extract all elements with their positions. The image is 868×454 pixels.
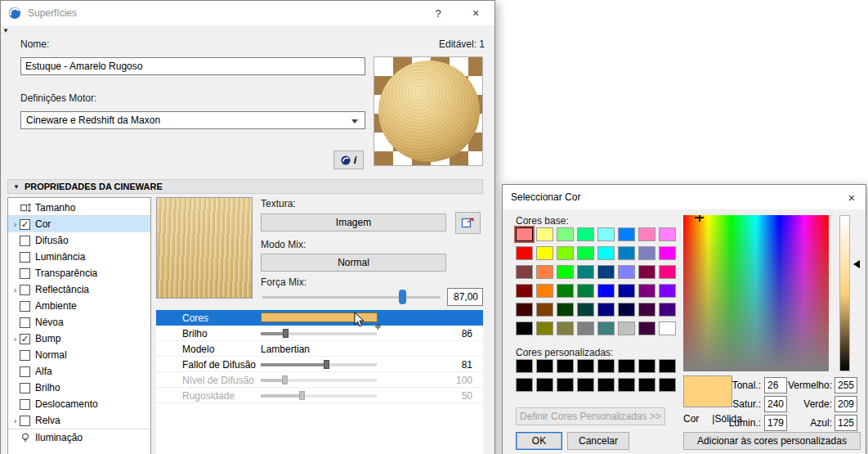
color-swatch-cell[interactable] <box>536 303 553 317</box>
close-button[interactable]: × <box>838 185 866 209</box>
channel-row-nevoa[interactable]: Névoa <box>8 314 150 330</box>
hue-saturation-field[interactable] <box>683 215 829 371</box>
close-button[interactable]: × <box>457 1 494 25</box>
channel-row-brilho[interactable]: Brilho <box>8 380 150 396</box>
sat-input[interactable] <box>764 396 787 412</box>
color-swatch-cell[interactable] <box>536 246 553 260</box>
color-titlebar[interactable]: Seleccionar Cor × <box>503 185 866 209</box>
color-swatch-cell[interactable] <box>659 359 676 373</box>
color-swatch-cell[interactable] <box>659 303 676 317</box>
channel-row-difusao[interactable]: Difusão <box>8 232 150 249</box>
color-swatch-cell[interactable] <box>597 284 615 298</box>
param-row-modelo[interactable]: Modelo Lambertian <box>156 341 483 357</box>
channel-row-normal[interactable]: Normal <box>8 347 150 363</box>
color-swatch-cell[interactable] <box>618 359 635 373</box>
param-row-brilho[interactable]: Brilho 86 <box>156 326 483 341</box>
color-swatch-cell[interactable] <box>516 227 533 241</box>
color-swatch-cell[interactable] <box>516 321 533 335</box>
color-swatch-cell[interactable] <box>516 303 533 317</box>
engine-dropdown[interactable]: Cineware e Redshift da Maxon <box>20 111 365 129</box>
color-swatch-cell[interactable] <box>618 284 635 298</box>
lum-input[interactable] <box>764 415 787 431</box>
surfaces-titlebar[interactable]: Superfícies ? × <box>1 1 494 25</box>
color-swatch-cell[interactable] <box>516 359 533 373</box>
channel-row-tamanho[interactable]: Tamanho <box>8 200 150 216</box>
color-swatch-cell[interactable] <box>577 265 594 279</box>
param-value[interactable]: Lambertian <box>261 344 310 355</box>
color-swatch-cell[interactable] <box>659 227 676 241</box>
color-swatch-cell[interactable] <box>618 378 635 392</box>
color-swatch-cell[interactable] <box>557 246 574 260</box>
color-swatch-cell[interactable] <box>577 359 594 373</box>
channel-checkbox[interactable] <box>20 383 30 393</box>
channel-checkbox[interactable] <box>20 285 30 295</box>
color-swatch-cell[interactable] <box>638 265 655 279</box>
red-input[interactable] <box>834 377 857 393</box>
channel-checkbox[interactable] <box>20 317 30 328</box>
channel-checkbox[interactable] <box>20 399 30 410</box>
mix-strength-value[interactable]: 87,00 <box>447 288 483 306</box>
color-swatch-cell[interactable] <box>618 227 635 241</box>
param-slider[interactable] <box>261 332 377 335</box>
param-row-fallof[interactable]: Fallof de Difusão 81 <box>156 357 483 372</box>
param-slider-thumb[interactable] <box>324 360 329 369</box>
color-swatch-cell[interactable] <box>618 265 635 279</box>
color-swatch-cell[interactable] <box>516 246 533 260</box>
color-swatch-cell[interactable] <box>516 265 533 279</box>
color-swatch-cell[interactable] <box>557 284 574 298</box>
add-to-custom-colors-button[interactable]: Adicionar às cores personalizadas <box>683 432 861 450</box>
color-swatch-cell[interactable] <box>577 321 594 335</box>
slider-track[interactable] <box>262 296 441 299</box>
color-swatch-cell[interactable] <box>618 303 635 317</box>
color-swatch-cell[interactable] <box>577 378 594 392</box>
luminance-bar[interactable] <box>839 215 850 371</box>
help-button[interactable]: ? <box>426 1 450 25</box>
color-swatch-cell[interactable] <box>516 284 533 298</box>
expander-icon[interactable]: › <box>11 219 20 229</box>
channel-checkbox[interactable] <box>20 252 30 263</box>
blue-input[interactable] <box>834 415 857 431</box>
color-swatch-cell[interactable] <box>618 321 635 335</box>
color-swatch-cell[interactable] <box>638 321 655 335</box>
channel-checkbox[interactable] <box>20 416 30 426</box>
param-row-cores[interactable]: Cores <box>156 310 483 326</box>
color-swatch-cell[interactable] <box>638 227 655 241</box>
mix-strength-slider[interactable] <box>261 289 442 305</box>
cancel-button[interactable]: Cancelar <box>567 432 629 450</box>
param-slider-thumb[interactable] <box>283 329 289 338</box>
color-swatch-cell[interactable] <box>557 303 574 317</box>
slider-thumb[interactable] <box>399 290 406 304</box>
color-swatch-cell[interactable] <box>597 303 615 317</box>
color-swatch-cell[interactable] <box>536 284 553 298</box>
channel-checkbox[interactable] <box>20 268 30 279</box>
color-swatch-cell[interactable] <box>659 284 676 298</box>
luminance-arrow-icon[interactable] <box>853 260 860 268</box>
green-input[interactable] <box>834 396 857 412</box>
surface-name-input[interactable] <box>20 57 365 75</box>
color-swatch-cell[interactable] <box>597 321 615 335</box>
color-swatch-cell[interactable] <box>557 359 574 373</box>
color-swatch-cell[interactable] <box>516 378 533 392</box>
channel-row-relva[interactable]: › Relva <box>8 412 150 429</box>
channel-row-bump[interactable]: › ✓ Bump <box>8 330 150 347</box>
color-swatch-cell[interactable] <box>536 227 553 241</box>
color-swatch-cell[interactable] <box>638 303 655 317</box>
channel-row-alfa[interactable]: Alfa <box>8 363 150 380</box>
color-swatch-cell[interactable] <box>659 246 676 260</box>
channel-checkbox[interactable]: ✓ <box>20 219 30 230</box>
engine-info-button[interactable]: i <box>333 151 364 169</box>
channel-row-cor[interactable]: › ✓ Cor <box>8 216 150 232</box>
mix-mode-button[interactable]: Normal <box>261 254 446 272</box>
color-swatch-cell[interactable] <box>638 284 655 298</box>
collapse-triangle-icon[interactable]: ▼ <box>13 183 20 191</box>
channel-checkbox[interactable] <box>20 350 30 361</box>
color-swatch-cell[interactable] <box>638 378 655 392</box>
color-swatch-cell[interactable] <box>577 284 594 298</box>
channel-row-iluminacao[interactable]: Iluminação <box>8 429 150 445</box>
color-swatch-cell[interactable] <box>659 378 676 392</box>
color-swatch-cell[interactable] <box>577 227 594 241</box>
hue-input[interactable] <box>764 377 787 393</box>
channel-checkbox[interactable] <box>20 236 30 246</box>
channel-checkbox[interactable]: ✓ <box>20 334 30 344</box>
color-swatch-cell[interactable] <box>557 321 574 335</box>
